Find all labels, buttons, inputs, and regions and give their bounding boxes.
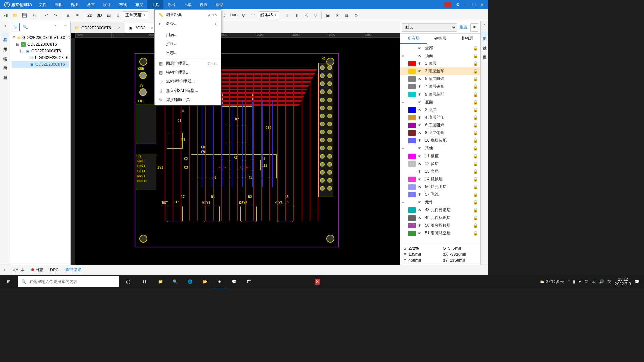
app-icon-3[interactable]: 📂 <box>198 275 211 288</box>
wechat-icon[interactable]: 💬 <box>227 275 241 288</box>
dd-嘉立创SMT选型...[interactable]: ⎘嘉立创SMT选型... <box>155 86 221 95</box>
layer-row[interactable]: 👁9 顶层装配🔓 <box>400 90 480 98</box>
start-button[interactable]: ⊞ <box>2 275 15 288</box>
rail-属性[interactable]: 属性 <box>481 50 488 54</box>
bottom-tab[interactable]: 查找结果 <box>65 267 82 273</box>
bottom-tab[interactable]: 元件库 <box>12 267 24 273</box>
menu-视图[interactable]: 视图 <box>67 0 83 10</box>
task-view-icon[interactable]: ◯ <box>121 275 135 288</box>
layer-row[interactable]: 👁13 文档🔓 <box>400 168 480 175</box>
tray-icon[interactable]: ♥ <box>579 279 581 284</box>
layer-icon[interactable]: ▤ <box>104 11 113 20</box>
tree-item[interactable]: 📄1. GD32E230C8T6 <box>12 54 69 61</box>
layer-group[interactable]: ▾👁元件🔓 <box>400 198 480 206</box>
menu-编辑[interactable]: 编辑 <box>51 0 67 10</box>
dd-3D模型管理器...[interactable]: ◇3D模型管理器... <box>155 77 221 86</box>
save-icon[interactable]: 💾 <box>20 11 29 20</box>
layer-tab[interactable]: 非铜层 <box>453 34 480 44</box>
bottom-tab[interactable]: DRC <box>50 268 59 273</box>
tray-icon[interactable]: 🖧 <box>592 279 596 284</box>
layer-row[interactable]: 👁50 引脚焊接层🔓 <box>400 222 480 229</box>
layer-group[interactable]: ▾👁底面🔓 <box>400 98 480 106</box>
layer-row[interactable]: 👁1 顶层🔓 <box>400 60 480 67</box>
settings-icon[interactable]: ⚙ <box>456 2 460 7</box>
tree-item[interactable]: ⊟📁GD32E230C8T6-V1.0.0-202... <box>12 34 69 41</box>
layer-tab[interactable]: 铜箔层 <box>427 34 454 44</box>
collapse-left-icon[interactable]: ◂ <box>4 24 6 27</box>
menu-帮助[interactable]: 帮助 <box>212 0 228 10</box>
tray-icon[interactable]: 🛡 <box>584 279 588 284</box>
dd-焊接辅助工具...[interactable]: ✎焊接辅助工具... <box>155 95 221 104</box>
dd-日志...[interactable]: 日志... <box>155 48 221 57</box>
ime-icon[interactable]: 英 <box>607 279 611 285</box>
brightness-select[interactable]: 正常亮度▼ <box>123 11 148 19</box>
weather-widget[interactable]: ⛅ 27°C 多云 <box>540 279 564 285</box>
pcb-canvas[interactable]: -5000500100015002000250030003500 H2 GND … <box>71 33 400 265</box>
distribute-icon[interactable]: ⫴ <box>283 11 291 20</box>
dd-铺铜管理器...[interactable]: ▧铺铜管理器... <box>155 68 221 77</box>
filter-icon[interactable]: ▽ <box>12 23 20 31</box>
align-h-icon[interactable]: ⫼ <box>292 11 301 20</box>
grid-icon[interactable]: ⊞ <box>64 11 72 20</box>
menu-设计[interactable]: 设计 <box>99 0 115 10</box>
minimize-icon[interactable]: ─ <box>464 2 467 7</box>
tab[interactable]: ▣*GD3...✕ <box>125 23 157 33</box>
taskbar-search[interactable]: 🔍 在这里输入你要搜索的内容 <box>18 276 119 287</box>
clock[interactable]: 23:122022-7-3 <box>615 277 631 287</box>
drc-button[interactable]: DRC <box>230 11 238 20</box>
tray-icon[interactable]: ▮ <box>573 279 575 284</box>
menu-设置[interactable]: 设置 <box>196 0 212 10</box>
layer-row[interactable]: 👁2 底层🔓 <box>400 106 480 114</box>
layer-row[interactable]: 👁11 板框🔓 <box>400 152 480 160</box>
rail-图层[interactable]: 图层 <box>481 32 488 36</box>
undo-icon[interactable]: ↶ <box>42 11 51 20</box>
dd-测量距离[interactable]: 📏测量距离Alt+M <box>155 10 221 19</box>
layer-row[interactable]: 👁10 底层装配🔓 <box>400 137 480 144</box>
down-icon[interactable]: ˅ <box>61 23 69 31</box>
layer-all[interactable]: 👁全部🔓 <box>400 44 480 52</box>
layer-row[interactable]: 👁4 底层丝印🔓 <box>400 114 480 121</box>
layer-row[interactable]: 👁56 钻孔图层🔓 <box>400 183 480 191</box>
rail-常用库[interactable]: 常用库 <box>1 42 9 46</box>
align-v2-icon[interactable]: ▽ <box>311 11 320 20</box>
sogou-icon[interactable]: S <box>311 275 324 288</box>
dd-图层管理器...[interactable]: ▦图层管理器...Ctrl+L <box>155 59 221 68</box>
wave-icon[interactable]: 〰 <box>249 11 257 20</box>
app-icon-4[interactable]: 🗔 <box>242 275 256 288</box>
reset-button[interactable]: 重置 <box>460 24 468 30</box>
layer-row[interactable]: 👁7 顶层锡膏🔓 <box>400 83 480 90</box>
maximize-icon[interactable]: ❐ <box>472 2 476 7</box>
panel-settings-icon[interactable]: ≡ <box>470 23 478 32</box>
view-2d-button[interactable]: 2D <box>86 11 94 20</box>
layer-row[interactable]: 👁5 顶层阻焊🔓 <box>400 75 480 83</box>
new-icon[interactable]: ▸▮ <box>1 11 10 20</box>
dd-命令...[interactable]: >_命令...C <box>155 19 221 28</box>
tree-item[interactable]: ⊟SGD32E230C8T6 <box>12 41 69 48</box>
bottom-tab[interactable]: 日志 <box>31 267 43 273</box>
collapse-bottom-icon[interactable]: ▾ <box>4 268 6 272</box>
dd-拼板...[interactable]: 拼板... <box>155 39 221 48</box>
line-preset-select[interactable]: 线条45▼ <box>258 11 279 19</box>
locale-flag[interactable] <box>444 2 451 7</box>
align-icon[interactable]: ≡ <box>73 11 82 20</box>
rail-网络[interactable]: 网络 <box>1 52 9 56</box>
tree-item[interactable]: ⊟▣GD32E230C8T6 <box>12 48 69 54</box>
menu-布线[interactable]: 布线 <box>115 0 131 10</box>
save-all-icon[interactable]: ⎙ <box>30 11 38 20</box>
rail-对象[interactable]: 对象 <box>1 70 9 74</box>
layer-tab[interactable]: 所有层 <box>400 34 427 44</box>
cortana-icon[interactable]: ⫿⫿ <box>138 275 151 288</box>
menu-放置[interactable]: 放置 <box>83 0 99 10</box>
eda-app-icon[interactable]: ◈ <box>213 275 226 288</box>
export-icon[interactable]: ⎘ <box>333 11 341 20</box>
layer-row[interactable]: 👁48 元件外形层🔓 <box>400 206 480 214</box>
bom-icon[interactable]: ▦ <box>342 11 351 20</box>
redo-icon[interactable]: ↷ <box>51 11 60 20</box>
dd-泪滴...[interactable]: 泪滴... <box>155 30 221 39</box>
layer-group[interactable]: ▾👁其他🔓 <box>400 144 480 152</box>
search-icon[interactable]: 🔍 <box>21 23 29 31</box>
route-icon[interactable]: ⤴ <box>220 11 229 20</box>
layer-row[interactable]: 👁12 多层🔓 <box>400 160 480 168</box>
close-icon[interactable]: ✕ <box>480 2 484 7</box>
menu-下单[interactable]: 下单 <box>179 0 196 10</box>
